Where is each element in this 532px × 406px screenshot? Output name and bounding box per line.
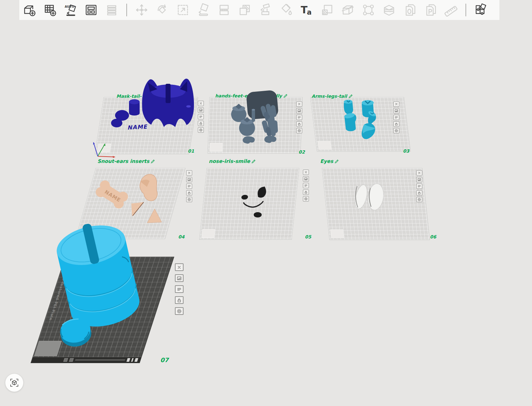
bone-model: NAME [94, 179, 130, 210]
measure-icon[interactable] [443, 2, 459, 18]
plate-06-label[interactable]: Eyes [320, 158, 339, 164]
iris-model [241, 195, 248, 200]
layout-list-icon[interactable] [104, 2, 120, 18]
plate-image-icon[interactable] [175, 274, 184, 282]
smile-model [244, 202, 263, 207]
plate-image-icon[interactable] [303, 176, 309, 182]
plate-03-number: 03 [403, 148, 409, 154]
assembly-view-icon[interactable] [473, 2, 489, 18]
plate-settings-icon[interactable] [393, 128, 399, 133]
view-orientation-button[interactable] [5, 374, 23, 392]
lock-plate-icon[interactable] [303, 190, 309, 195]
plate-02-label-suffix[interactable]: lly [276, 93, 288, 98]
plate-settings-icon[interactable] [186, 197, 192, 202]
plate-settings-icon[interactable] [198, 127, 204, 133]
negative-part-icon[interactable] [319, 2, 335, 18]
toolbar-separator [466, 4, 466, 16]
plate-name-icon[interactable] [416, 184, 422, 189]
text-tool-icon[interactable]: Ta [299, 2, 315, 18]
eye-model [366, 183, 385, 211]
plate-image-icon[interactable] [296, 108, 302, 113]
delete-plate-icon[interactable] [416, 170, 422, 176]
eye-model [353, 184, 369, 210]
plate-04-number: 04 [178, 234, 185, 239]
foot-model [264, 136, 276, 143]
plate-settings-icon[interactable] [303, 196, 309, 202]
iris-model [254, 212, 262, 217]
tail-model [362, 123, 375, 139]
main-toolbar: AUTOTa [19, 0, 499, 20]
add-plate-icon[interactable] [42, 2, 58, 18]
plate-name-icon[interactable] [296, 115, 302, 120]
lock-plate-icon[interactable] [175, 296, 184, 304]
move-icon[interactable] [134, 2, 150, 18]
viewport-3d[interactable]: AUTOTa Bambu Textured PEI Plate Mask-tai… [0, 0, 532, 406]
edit-label-icon[interactable] [283, 93, 288, 98]
plate-name-icon[interactable] [303, 183, 309, 188]
nose-model [258, 187, 266, 198]
body-cylinder-model [52, 216, 144, 333]
delete-plate-icon[interactable] [186, 170, 192, 176]
plate-name-icon[interactable] [393, 115, 399, 120]
plate-06-models[interactable] [349, 180, 389, 216]
plate-01-number: 01 [188, 148, 194, 154]
rotate-icon[interactable] [154, 2, 170, 18]
leg-model [344, 112, 356, 131]
lock-plate-icon[interactable] [198, 121, 204, 126]
delete-plate-icon[interactable] [198, 101, 204, 106]
edit-label-icon[interactable] [150, 159, 155, 164]
auto-orient-icon[interactable]: AUTO [63, 2, 78, 18]
import-page-p-icon[interactable] [422, 2, 438, 18]
plate-03-models[interactable] [332, 96, 392, 146]
variable-layer-height-icon[interactable] [381, 2, 397, 18]
plate-02-models[interactable] [204, 90, 304, 146]
toolbar-separator [126, 4, 127, 16]
cut-icon[interactable] [340, 2, 356, 18]
tail-cylinder-model [129, 99, 140, 116]
support-paint-icon[interactable] [257, 2, 273, 18]
add-model-icon[interactable] [21, 2, 37, 18]
plate-05-models[interactable] [233, 180, 279, 223]
plate-07-front-edge [31, 357, 141, 363]
plate-07-number: 07 [160, 356, 169, 363]
lay-on-face-icon[interactable] [196, 2, 211, 18]
plate-image-icon[interactable] [198, 107, 204, 113]
plate-06-corner-tab [330, 229, 344, 238]
lock-plate-icon[interactable] [416, 190, 422, 196]
lock-plate-icon[interactable] [296, 121, 302, 127]
mask-model [142, 78, 194, 127]
delete-plate-icon[interactable] [393, 101, 399, 107]
plate-07-models[interactable] [43, 213, 170, 352]
name-text-model: NAME [127, 123, 148, 131]
split-objects-icon[interactable] [216, 2, 232, 18]
split-parts-icon[interactable] [237, 2, 253, 18]
plate-settings-icon[interactable] [416, 197, 422, 202]
plate-name-icon[interactable] [186, 184, 192, 189]
edit-label-icon[interactable] [334, 159, 339, 164]
svg-text:a: a [307, 8, 312, 16]
hand-model [231, 104, 246, 122]
plate-image-icon[interactable] [416, 177, 422, 182]
plate-01-models[interactable]: NAME [98, 77, 198, 134]
delete-plate-icon[interactable] [175, 263, 184, 271]
peg-model [252, 109, 255, 122]
plate-image-icon[interactable] [186, 177, 192, 182]
delete-plate-icon[interactable] [296, 101, 302, 107]
arrange-icon[interactable] [83, 2, 99, 18]
lock-plate-icon[interactable] [393, 121, 399, 127]
delete-plate-icon[interactable] [303, 170, 309, 175]
import-page-o-icon[interactable] [402, 2, 418, 18]
color-paint-icon[interactable] [278, 2, 294, 18]
plate-05-label[interactable]: nose-iris-smile [209, 158, 256, 164]
scale-icon[interactable] [175, 2, 191, 18]
plate-settings-icon[interactable] [175, 307, 184, 315]
plate-image-icon[interactable] [393, 108, 399, 113]
view-cube-icon [9, 378, 19, 388]
plate-settings-icon[interactable] [296, 128, 302, 133]
seam-icon[interactable] [360, 2, 376, 18]
plate-name-icon[interactable] [175, 285, 184, 293]
edit-label-icon[interactable] [251, 159, 256, 164]
lock-plate-icon[interactable] [186, 190, 192, 196]
plate-02-number: 02 [299, 149, 305, 155]
plate-name-icon[interactable] [198, 114, 204, 119]
